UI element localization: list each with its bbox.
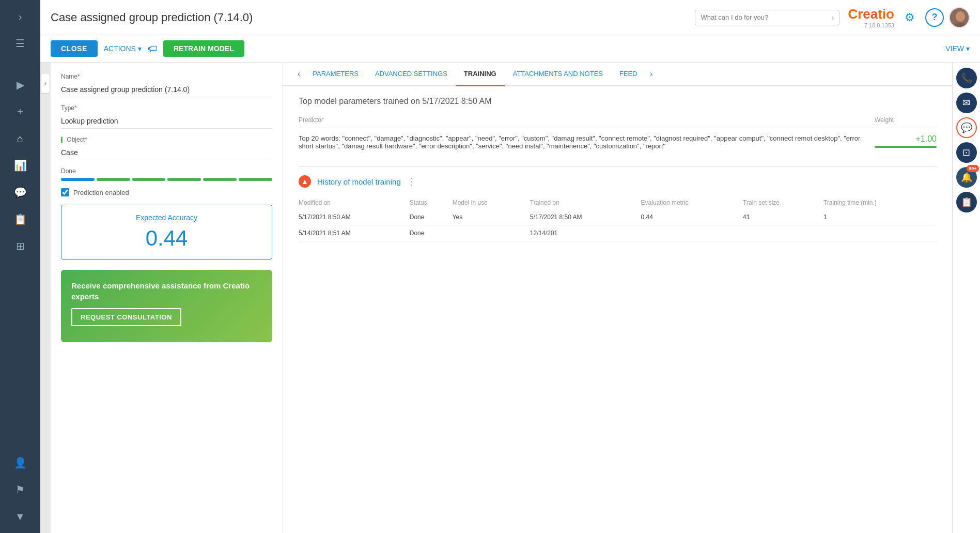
progress-bar-1 — [61, 178, 95, 181]
tab-feed[interactable]: FEED — [611, 63, 646, 86]
predictor-row: Top 20 words: "connect", "damage", "diag… — [299, 128, 937, 157]
progress-bar-3 — [132, 178, 166, 181]
logo: Creatio 7.18.0.1353 — [848, 6, 894, 28]
actions-chevron-icon: ▾ — [138, 44, 142, 53]
history-menu-icon[interactable]: ⋮ — [407, 176, 416, 187]
accuracy-title: Expected Accuracy — [70, 214, 263, 222]
history-table: Modified on Status Model in use Trained … — [299, 196, 937, 241]
progress-bar-2 — [97, 178, 130, 181]
tab-content: Top model parameters trained on 5/17/202… — [283, 86, 952, 533]
header-search-bar[interactable]: › — [695, 10, 839, 25]
video-icon[interactable]: ⊡ — [956, 142, 977, 163]
col-modified-on: Modified on — [299, 196, 410, 209]
left-navigation: › ☰ ▶ + ⌂ 📊 💬 📋 ⊞ 👤 ⚑ ▼ — [0, 0, 40, 533]
col-train-set-size: Train set size — [743, 196, 823, 209]
right-sidebar: 📞 ✉ 💬 ⊡ 🔔 99+ 📋 — [952, 63, 980, 533]
logo-text: Creatio — [848, 6, 894, 22]
object-field: ▍ Object* Case — [61, 136, 272, 160]
body-area: › Name* Case assigned group prediction (… — [40, 63, 980, 533]
left-panel: Name* Case assigned group prediction (7.… — [51, 63, 283, 533]
weight-value: +1.00 — [875, 134, 937, 144]
training-section-title: Top model parameters trained on 5/17/202… — [299, 97, 937, 106]
name-label: Name* — [61, 73, 272, 80]
sidebar-toggle[interactable]: › — [40, 63, 51, 533]
prediction-enabled-label: Prediction enabled — [73, 189, 129, 196]
nav-user-icon[interactable]: 👤 — [9, 451, 32, 474]
tab-parameters[interactable]: PARAMETERS — [304, 63, 367, 86]
nav-home-icon[interactable]: ⌂ — [9, 127, 32, 150]
row1-trained-on: 5/17/2021 8:50 AM — [530, 209, 641, 225]
type-field: Type* Lookup prediction — [61, 104, 272, 129]
row2-modified-on: 5/14/2021 8:51 AM — [299, 225, 410, 241]
weight-header: Weight — [875, 116, 937, 128]
history-header: ▲ History of model training ⋮ — [299, 175, 937, 188]
history-toggle-icon[interactable]: ▲ — [299, 175, 311, 188]
search-arrow-icon: › — [832, 13, 834, 22]
nav-filter-icon[interactable]: ▼ — [9, 505, 32, 528]
row1-status: Done — [410, 209, 453, 225]
weight-bar — [875, 146, 937, 148]
progress-bar-6 — [239, 178, 272, 181]
tab-advanced-settings[interactable]: ADVANCED SETTINGS — [367, 63, 456, 86]
settings-icon[interactable]: ⚙ — [899, 7, 920, 28]
nav-doc-icon[interactable]: 📋 — [9, 208, 32, 231]
view-label: VIEW — [945, 44, 964, 53]
col-model-in-use: Model in use — [453, 196, 530, 209]
right-panel: ‹ PARAMETERS ADVANCED SETTINGS TRAINING … — [283, 63, 952, 533]
name-field: Name* Case assigned group prediction (7.… — [61, 73, 272, 97]
close-button[interactable]: CLOSE — [51, 40, 98, 57]
promo-button[interactable]: REQUEST CONSULTATION — [71, 308, 181, 326]
row1-evaluation-metric: 0.44 — [641, 209, 743, 225]
history-row-1: 5/17/2021 8:50 AM Done Yes 5/17/2021 8:5… — [299, 209, 937, 225]
progress-bars — [61, 178, 272, 181]
col-status: Status — [410, 196, 453, 209]
chat-icon[interactable]: 💬 — [956, 117, 977, 138]
nav-play-icon[interactable]: ▶ — [9, 73, 32, 96]
header: Case assigned group prediction (7.14.0) … — [40, 0, 980, 35]
name-value: Case assigned group prediction (7.14.0) — [61, 82, 272, 97]
nav-menu-icon[interactable]: ☰ — [9, 32, 32, 55]
progress-bar-5 — [203, 178, 237, 181]
promo-card: Receive comprehensive assistance from Cr… — [61, 270, 272, 342]
nav-add-icon[interactable]: + — [9, 100, 32, 123]
tab-attachments[interactable]: ATTACHMENTS AND NOTES — [505, 63, 611, 86]
retrain-button[interactable]: RETRAIN MODEL — [163, 40, 244, 57]
search-input[interactable] — [701, 13, 831, 21]
sidebar-toggle-btn[interactable]: › — [41, 73, 50, 94]
tab-prev-icon[interactable]: ‹ — [293, 63, 304, 85]
prediction-enabled-checkbox[interactable] — [61, 188, 69, 196]
tab-next-icon[interactable]: › — [646, 63, 657, 85]
help-icon[interactable]: ? — [925, 8, 944, 27]
weight-cell: +1.00 — [875, 128, 937, 157]
row1-model-in-use: Yes — [453, 209, 530, 225]
tag-icon[interactable]: 🏷 — [148, 43, 157, 54]
tab-training[interactable]: TRAINING — [456, 63, 505, 86]
promo-text: Receive comprehensive assistance from Cr… — [71, 280, 262, 302]
prediction-enabled-row: Prediction enabled — [61, 188, 272, 196]
list-icon[interactable]: 📋 — [956, 192, 977, 212]
mail-icon[interactable]: ✉ — [956, 93, 977, 113]
nav-table-icon[interactable]: ⊞ — [9, 235, 32, 257]
toolbar: CLOSE ACTIONS ▾ 🏷 RETRAIN MODEL VIEW ▾ — [40, 35, 980, 63]
nav-chart-icon[interactable]: 📊 — [9, 154, 32, 177]
top-right-icons: Creatio 7.18.0.1353 ⚙ ? — [848, 6, 970, 28]
bell-icon[interactable]: 🔔 99+ — [956, 167, 977, 188]
page-title: Case assigned group prediction (7.14.0) — [51, 11, 687, 24]
actions-label: ACTIONS — [104, 44, 136, 53]
avatar[interactable] — [949, 7, 970, 28]
predictor-header: Predictor — [299, 116, 875, 128]
col-trained-on: Trained on — [530, 196, 641, 209]
actions-button[interactable]: ACTIONS ▾ — [104, 44, 142, 53]
nav-toggle-icon[interactable]: › — [9, 5, 32, 28]
svg-point-1 — [956, 11, 965, 22]
nav-chat-icon[interactable]: 💬 — [9, 181, 32, 204]
row1-training-time: 1 — [823, 209, 937, 225]
row1-train-set-size: 41 — [743, 209, 823, 225]
view-chevron-icon: ▾ — [966, 44, 970, 53]
view-button[interactable]: VIEW ▾ — [945, 44, 970, 53]
row2-model-in-use — [453, 225, 530, 241]
nav-flag-icon[interactable]: ⚑ — [9, 478, 32, 501]
main-content: Case assigned group prediction (7.14.0) … — [40, 0, 980, 533]
progress-section: Done — [61, 167, 272, 181]
phone-icon[interactable]: 📞 — [956, 68, 977, 88]
